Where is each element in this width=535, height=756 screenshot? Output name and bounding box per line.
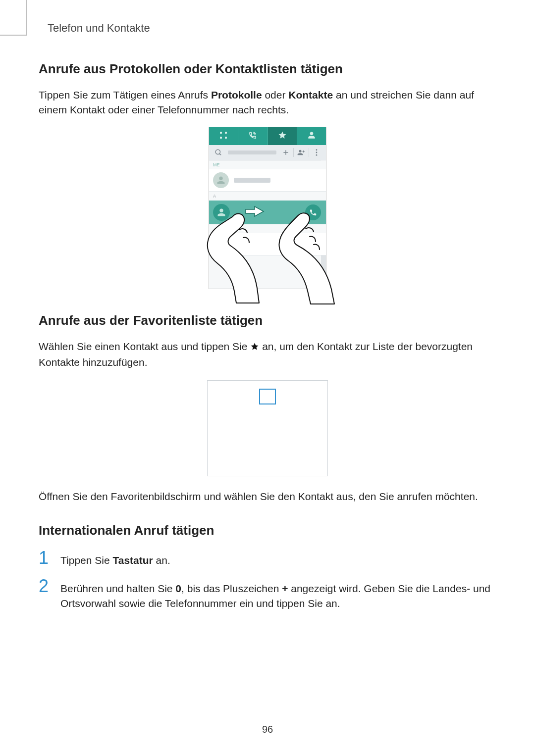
svg-rect-3 [225,137,227,139]
call-icon[interactable] [305,204,321,220]
svg-point-4 [316,149,318,151]
section1-bold-kontakte: Kontakte [288,89,333,101]
group-label-a: A [209,192,326,201]
step-2: 2 Berühren und halten Sie 0, bis das Plu… [39,577,496,611]
step1-bold: Tastatur [112,554,153,566]
favorites-illustration-marker [259,389,276,404]
section1-text-mid: oder [262,89,289,101]
star-icon [278,131,287,141]
svg-rect-1 [225,132,227,134]
more-vert-icon[interactable] [310,145,323,160]
step2-bold-plus: + [282,583,288,594]
section1-title: Anrufe aus Protokollen oder Kontaktliste… [39,61,496,77]
toolbar-divider [309,148,309,157]
running-head: Telefon und Kontakte [48,22,496,35]
avatar [213,172,229,188]
contact-name-placeholder [234,178,270,183]
contact-row[interactable] [209,169,326,192]
swipe-arrow-icon [245,205,265,219]
tab-keypad[interactable] [209,127,238,145]
step-body: Berühren und halten Sie 0, bis das Plusz… [60,577,496,611]
swipe-avatar [213,204,230,221]
keypad-icon [219,131,227,141]
search-icon[interactable] [212,145,225,160]
tab-logs[interactable] [238,127,268,145]
plus-icon[interactable] [279,145,292,160]
section2-title: Anrufe aus der Favoritenliste tätigen [39,313,496,328]
phone-body: ME A [209,127,326,289]
page-number: 96 [0,724,535,735]
tab-favorites[interactable] [268,127,297,145]
search-input[interactable] [228,151,276,154]
corner-mark-vertical [26,0,27,36]
step-body: Tippen Sie Tastatur an. [60,549,496,568]
step2-text-post: an. [325,598,340,609]
section1-paragraph: Tippen Sie zum Tätigen eines Anrufs Prot… [39,88,496,118]
corner-mark-horizontal [0,35,27,36]
logs-icon [249,131,257,141]
step1-text-pre: Tippen Sie [60,554,112,566]
group-label [209,224,326,233]
toolbar [209,145,326,160]
phone-illustration: ME A [209,127,326,294]
section2-paragraph1: Wählen Sie einen Kontakt aus und tippen … [39,339,496,370]
svg-point-5 [316,151,318,153]
page: Telefon und Kontakte Anrufe aus Protokol… [0,0,535,756]
tab-contacts[interactable] [297,127,326,145]
favorites-illustration [207,380,328,476]
tab-row [209,127,326,145]
section2-text-pre: Wählen Sie einen Kontakt aus und tippen … [39,341,250,352]
step2-text-pre: Berühren und halten Sie [60,583,175,594]
step-number: 1 [39,549,60,567]
svg-rect-0 [220,132,222,134]
section2-paragraph2: Öffnen Sie den Favoritenbildschirm und w… [39,489,496,504]
step-number: 2 [39,577,60,595]
svg-point-6 [316,154,318,156]
step1-text-post: an. [153,554,170,566]
favorites-illustration-wrap [39,380,496,476]
group-label-me: ME [209,160,326,169]
person-add-icon[interactable] [295,145,308,160]
avatar [213,236,229,252]
contact-list: ME A [209,160,326,255]
step2-text-mid1: , bis das Pluszeichen [181,583,282,594]
svg-rect-2 [220,137,222,139]
section1-text-pre: Tippen Sie zum Tätigen eines Anrufs [39,89,211,101]
step-1: 1 Tippen Sie Tastatur an. [39,549,496,568]
step2-bold-0: 0 [175,583,181,594]
section3-title: Internationalen Anruf tätigen [39,523,496,538]
swipe-row[interactable] [209,201,326,224]
contacts-icon [308,131,316,141]
section1-bold-protokolle: Protokolle [211,89,262,101]
contact-row[interactable] [209,233,326,255]
phone-illustration-wrap: ME A [39,127,496,294]
toolbar-divider [293,148,294,157]
star-filled-icon [250,340,259,355]
